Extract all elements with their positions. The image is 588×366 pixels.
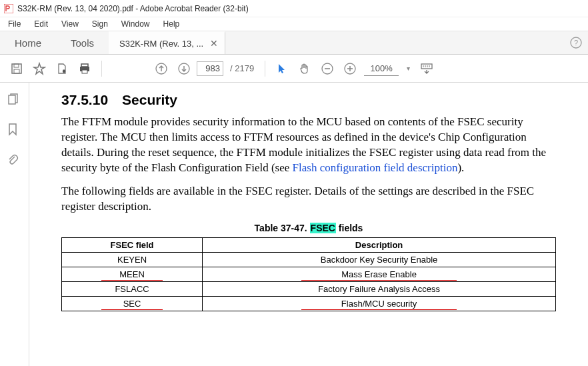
table-caption: Table 37-47. FSEC fields [61, 223, 556, 233]
close-tab-icon[interactable]: ✕ [210, 38, 218, 49]
page-total-label: / 2179 [226, 63, 258, 73]
cell-desc: Backdoor Key Security Enable [203, 252, 556, 267]
page-number-input[interactable] [197, 61, 223, 76]
zoom-in-icon[interactable] [340, 59, 360, 79]
tab-home[interactable]: Home [0, 31, 56, 54]
fsec-table: FSEC field Description KEYENBackdoor Key… [61, 237, 556, 311]
section-title: Security [122, 92, 177, 107]
tab-document[interactable]: S32K-RM (Rev. 13, ... ✕ [109, 31, 225, 54]
section-number: 37.5.10 [61, 92, 108, 107]
table-row: KEYENBackdoor Key Security Enable [62, 252, 556, 267]
zoom-out-icon[interactable] [317, 59, 337, 79]
highlighted-text: FSEC [310, 223, 336, 233]
pointer-icon[interactable] [272, 59, 292, 79]
table-row: MEENMass Erase Enable [62, 267, 556, 281]
th-desc: Description [203, 237, 556, 252]
svg-rect-10 [82, 70, 87, 73]
thumbnails-icon[interactable] [7, 92, 23, 108]
cell-field: FSLACC [62, 281, 203, 296]
attachment-icon[interactable] [7, 153, 23, 169]
menu-help[interactable]: Help [158, 18, 185, 30]
paragraph-2: The following fields are available in th… [61, 184, 556, 215]
zoom-level-input[interactable]: 100% [364, 61, 399, 76]
cell-field: SEC [62, 296, 203, 311]
hand-icon[interactable] [295, 59, 315, 79]
menu-bar: File Edit View Sign Window Help [0, 17, 588, 31]
cell-field: KEYEN [62, 252, 203, 267]
svg-rect-3 [12, 64, 21, 73]
menu-file[interactable]: File [3, 18, 26, 30]
app-icon [4, 4, 13, 13]
bookmark-icon[interactable] [7, 123, 23, 139]
svg-rect-5 [14, 69, 19, 73]
svg-rect-18 [421, 64, 432, 69]
svg-rect-24 [9, 95, 15, 104]
table-row: SECFlash/MCU security [62, 296, 556, 311]
cell-desc: Flash/MCU security [203, 296, 556, 311]
menu-sign[interactable]: Sign [87, 18, 113, 30]
th-field: FSEC field [62, 237, 203, 252]
cell-desc: Mass Erase Enable [203, 267, 556, 281]
page-up-icon[interactable] [151, 59, 171, 79]
tab-bar: Home Tools S32K-RM (Rev. 13, ... ✕ ? [0, 31, 588, 55]
cell-field: MEEN [62, 267, 203, 281]
tab-document-label: S32K-RM (Rev. 13, ... [119, 39, 203, 49]
paragraph-1: The FTFM module provides security inform… [61, 115, 556, 176]
menu-view[interactable]: View [56, 18, 84, 30]
tab-tools[interactable]: Tools [56, 31, 109, 54]
sidebar [0, 83, 29, 366]
section-heading: 37.5.10 Security [61, 92, 556, 108]
menu-window[interactable]: Window [116, 18, 155, 30]
table-cap-b: fields [336, 223, 363, 233]
document-view: 37.5.10 Security The FTFM module provide… [29, 83, 588, 366]
print-icon[interactable] [75, 59, 95, 79]
menu-edit[interactable]: Edit [29, 18, 53, 30]
flash-config-link[interactable]: Flash configuration field description [293, 161, 458, 174]
toolbar: / 2179 100% ▾ [0, 55, 588, 83]
table-row: FSLACCFactory Failure Analysis Access [62, 281, 556, 296]
save-icon[interactable] [7, 59, 27, 79]
help-icon[interactable]: ? [564, 31, 588, 54]
cell-desc: Factory Failure Analysis Access [203, 281, 556, 296]
table-cap-a: Table 37-47. [255, 223, 310, 233]
svg-text:?: ? [574, 39, 578, 47]
keyboard-down-icon[interactable] [417, 59, 437, 79]
file-lock-icon[interactable] [52, 59, 72, 79]
para1-text-b: ). [457, 161, 464, 174]
page-down-icon[interactable] [174, 59, 194, 79]
title-bar: S32K-RM (Rev. 13, 04 2020).pdf - Adobe A… [0, 0, 588, 17]
star-icon[interactable] [29, 59, 49, 79]
zoom-dropdown-icon[interactable]: ▾ [403, 65, 414, 72]
window-title: S32K-RM (Rev. 13, 04 2020).pdf - Adobe A… [17, 4, 249, 13]
svg-rect-8 [81, 64, 88, 67]
